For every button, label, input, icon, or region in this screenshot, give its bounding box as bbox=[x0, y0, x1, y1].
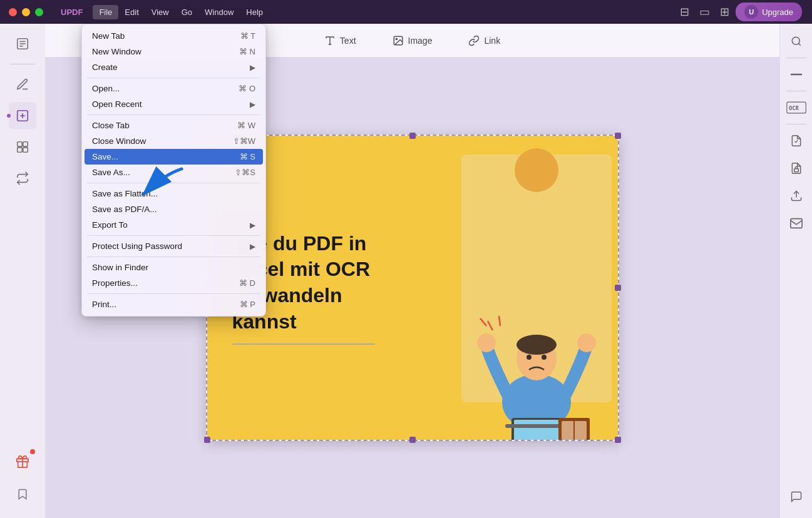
illus-circle bbox=[515, 148, 558, 192]
menu-extra-icon-1[interactable]: ⊟ bbox=[680, 5, 689, 19]
menu-properties[interactable]: Properties... ⌘ D bbox=[82, 275, 265, 291]
menu-close-window-shortcut: ⇧⌘W bbox=[233, 136, 255, 146]
menu-sep-4 bbox=[87, 235, 260, 236]
sidebar-annotate-icon[interactable] bbox=[9, 71, 36, 98]
menu-sep-1 bbox=[87, 78, 260, 78]
menu-sep-3 bbox=[87, 183, 260, 183]
menu-save-pdfa-label: Save as PDF/A... bbox=[92, 205, 255, 214]
pdf-page: Wie du PDF in Excel mit OCR umwandeln ka… bbox=[206, 135, 619, 441]
right-mail-icon[interactable] bbox=[785, 212, 808, 235]
svg-rect-7 bbox=[18, 142, 22, 146]
svg-rect-38 bbox=[794, 169, 798, 172]
pdf-content: Wie du PDF in Excel mit OCR umwandeln ka… bbox=[207, 136, 618, 440]
sidebar-read-icon[interactable] bbox=[9, 30, 36, 58]
sidebar-edit-icon[interactable] bbox=[9, 102, 36, 130]
close-button[interactable] bbox=[9, 8, 17, 16]
menu-window[interactable]: Window bbox=[198, 5, 240, 19]
svg-point-19 bbox=[516, 335, 557, 355]
sidebar-divider-1 bbox=[10, 64, 35, 64]
menu-close-tab-label: Close Tab bbox=[92, 121, 237, 130]
menu-close-window-label: Close Window bbox=[92, 136, 233, 146]
menu-save[interactable]: Save... ⌘ S bbox=[85, 149, 263, 165]
menu-file[interactable]: File bbox=[93, 5, 118, 19]
right-search-icon[interactable] bbox=[785, 30, 808, 53]
toolbar-link-btn[interactable]: Link bbox=[460, 31, 509, 50]
svg-rect-10 bbox=[23, 148, 28, 152]
minimize-button[interactable] bbox=[22, 8, 30, 16]
sidebar-organize-icon[interactable] bbox=[9, 133, 36, 161]
menu-create-arrow: ▶ bbox=[250, 63, 255, 72]
toolbar-text-btn[interactable]: Text bbox=[316, 31, 365, 50]
menu-new-tab-shortcut: ⌘ T bbox=[240, 31, 255, 41]
fullscreen-button[interactable] bbox=[35, 8, 43, 16]
menu-extra-icon-2[interactable]: ▭ bbox=[699, 5, 710, 19]
menu-save-flatten[interactable]: Save as Flatten... bbox=[82, 186, 265, 201]
menu-properties-label: Properties... bbox=[92, 278, 239, 288]
menu-export-to-arrow: ▶ bbox=[250, 221, 255, 230]
svg-rect-8 bbox=[23, 142, 28, 146]
badge-dot bbox=[30, 449, 35, 454]
menu-new-tab[interactable]: New Tab ⌘ T bbox=[82, 28, 265, 44]
svg-text:OCR: OCR bbox=[789, 105, 799, 111]
sel-handle-tm[interactable] bbox=[409, 133, 416, 139]
toolbar-text-label: Text bbox=[340, 36, 356, 46]
menu-close-window[interactable]: Close Window ⇧⌘W bbox=[82, 133, 265, 149]
right-divider-3 bbox=[786, 124, 806, 124]
menu-export-to[interactable]: Export To ▶ bbox=[82, 217, 265, 233]
menu-new-window-shortcut: ⌘ N bbox=[239, 47, 255, 56]
svg-point-20 bbox=[527, 355, 532, 360]
menu-protect-password-label: Protect Using Password bbox=[92, 241, 245, 251]
pdf-illustration bbox=[455, 136, 618, 440]
right-divider-1 bbox=[786, 58, 806, 58]
menu-close-tab[interactable]: Close Tab ⌘ W bbox=[82, 118, 265, 133]
left-sidebar bbox=[0, 24, 45, 518]
menu-save-as[interactable]: Save As... ⇧⌘S bbox=[82, 165, 265, 180]
sel-handle-bm[interactable] bbox=[409, 437, 416, 443]
menu-create[interactable]: Create ▶ bbox=[82, 59, 265, 75]
right-convert-icon[interactable] bbox=[785, 130, 808, 152]
right-divider-2 bbox=[786, 91, 806, 91]
sidebar-convert-icon[interactable] bbox=[9, 165, 36, 192]
menu-open-recent[interactable]: Open Recent ▶ bbox=[82, 96, 265, 112]
user-avatar: U bbox=[744, 5, 758, 19]
apple-menu[interactable] bbox=[43, 9, 56, 14]
sidebar-bottom bbox=[9, 448, 36, 518]
sidebar-bookmark-icon[interactable] bbox=[9, 480, 36, 508]
sel-handle-bl[interactable] bbox=[204, 437, 210, 443]
svg-rect-9 bbox=[18, 148, 22, 152]
upgrade-label: Upgrade bbox=[762, 8, 793, 17]
updf-brand[interactable]: UPDF bbox=[56, 5, 88, 19]
menu-show-finder[interactable]: Show in Finder bbox=[82, 260, 265, 275]
svg-point-21 bbox=[542, 355, 547, 360]
menu-show-finder-label: Show in Finder bbox=[92, 263, 255, 272]
menu-save-shortcut: ⌘ S bbox=[240, 152, 255, 161]
menu-view[interactable]: View bbox=[145, 5, 175, 19]
menu-open[interactable]: Open... ⌘ O bbox=[82, 81, 265, 96]
menu-new-window-label: New Window bbox=[92, 47, 239, 56]
menu-edit[interactable]: Edit bbox=[118, 5, 145, 19]
right-sidebar-bottom bbox=[785, 485, 808, 518]
upgrade-button[interactable]: U Upgrade bbox=[736, 3, 802, 21]
menu-open-label: Open... bbox=[92, 84, 239, 93]
menu-save-pdfa[interactable]: Save as PDF/A... bbox=[82, 201, 265, 217]
menu-print[interactable]: Print... ⌘ P bbox=[82, 297, 265, 312]
menu-go[interactable]: Go bbox=[175, 5, 198, 19]
right-protect-icon[interactable] bbox=[785, 157, 808, 180]
menu-bar: File Edit View Go Window Help bbox=[93, 5, 269, 19]
toolbar-image-btn[interactable]: Image bbox=[384, 31, 441, 50]
menu-extra-icon-3[interactable]: ⊞ bbox=[720, 5, 729, 19]
svg-line-26 bbox=[480, 318, 486, 326]
menu-protect-password-arrow: ▶ bbox=[250, 242, 255, 251]
right-share-icon[interactable] bbox=[785, 185, 808, 207]
menu-protect-password[interactable]: Protect Using Password ▶ bbox=[82, 238, 265, 254]
traffic-lights bbox=[0, 8, 43, 16]
pdf-divider bbox=[232, 343, 375, 345]
menu-help[interactable]: Help bbox=[240, 5, 269, 19]
menu-create-label: Create bbox=[92, 63, 245, 72]
menu-save-flatten-label: Save as Flatten... bbox=[92, 189, 255, 198]
svg-point-33 bbox=[792, 37, 799, 44]
right-fit-icon[interactable] bbox=[785, 63, 808, 86]
menu-new-window[interactable]: New Window ⌘ N bbox=[82, 44, 265, 59]
right-chat-icon[interactable] bbox=[785, 485, 808, 508]
right-ocr-icon[interactable]: OCR bbox=[785, 96, 808, 119]
